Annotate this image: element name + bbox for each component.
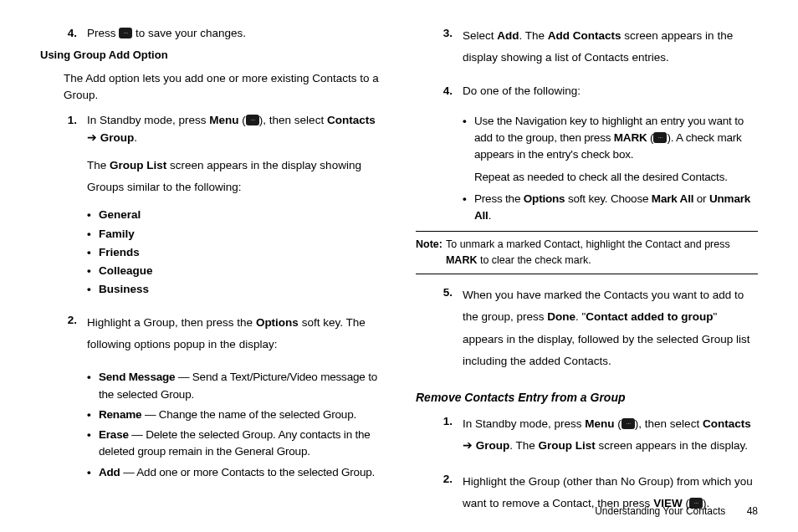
page-footer: Understanding Your Contacts 48 <box>595 505 758 517</box>
text: ), then select <box>259 114 327 126</box>
step-body: Press to save your changes. <box>87 25 382 42</box>
ok-key-icon <box>246 115 259 125</box>
mark-all-label: Mark All <box>652 192 693 205</box>
list-item: •Send Message — Send a Text/Picture/Vide… <box>87 369 382 403</box>
text: In Standby mode, press <box>463 417 585 430</box>
text: to clear the check mark. <box>477 254 591 266</box>
remove-step-1: 1. In Standby mode, press Menu (), then … <box>439 413 758 466</box>
list-item: •Erase — Delete the selected Group. Any … <box>87 427 382 461</box>
group-label: Group <box>100 131 135 144</box>
step-body: Do one of the following: <box>463 83 758 100</box>
heading-using-group-add: Using Group Add Option <box>40 47 382 64</box>
mark-label: MARK <box>614 131 647 144</box>
contact-added-label: Contact added to group <box>586 310 713 323</box>
text: ), then select <box>635 417 703 430</box>
list-item: •Add — Add one or more Contacts to the s… <box>87 464 382 481</box>
heading-remove-contacts: Remove Contacts Entry from a Group <box>416 389 758 407</box>
options-list: •Send Message — Send a Text/Picture/Vide… <box>87 369 382 481</box>
done-label: Done <box>547 310 575 323</box>
option-desc: — Change the name of the selected Group. <box>141 408 356 421</box>
group-name: Friends <box>99 246 140 258</box>
mark-label: MARK <box>446 254 478 266</box>
text: Press the <box>474 192 524 205</box>
add-contacts-label: Add Contacts <box>548 29 622 42</box>
text: . The <box>519 29 548 42</box>
step-3-select-add: 3. Select Add. The Add Contacts screen a… <box>439 25 758 78</box>
text: to save your changes. <box>132 27 246 39</box>
text: ( <box>615 417 622 430</box>
list-item: •Business <box>87 281 382 298</box>
group-list: •General •Family •Friends •Colleague •Bu… <box>87 207 382 298</box>
option-name: Erase <box>99 428 129 441</box>
step-4-save: 4. Press to save your changes. <box>64 25 382 42</box>
text: ( <box>239 114 246 126</box>
add-label: Add <box>497 29 519 42</box>
step-body: In Standby mode, press Menu (), then sel… <box>463 413 758 458</box>
list-item: •Friends <box>87 244 382 261</box>
step-number: 2. <box>64 312 87 365</box>
text: . The <box>509 439 538 452</box>
intro-paragraph: The Add option lets you add one or more … <box>64 70 382 105</box>
repeat-text: Repeat as needed to check all the desire… <box>474 169 758 186</box>
option-name: Rename <box>99 408 141 421</box>
step-2-highlight: 2. Highlight a Group, then press the Opt… <box>64 312 382 365</box>
step-body: In Standby mode, press Menu (), then sel… <box>87 112 382 299</box>
left-column: 4. Press to save your changes. Using Gro… <box>40 25 382 494</box>
text: screen appears in the display. <box>596 439 748 452</box>
arrow: ➔ <box>87 131 100 144</box>
step-number: 5. <box>439 284 463 381</box>
arrow: ➔ <box>463 439 476 452</box>
text: The <box>87 159 110 171</box>
footer-title: Understanding Your Contacts <box>595 505 725 517</box>
sub-options: • Use the Navigation key to highlight an… <box>463 113 758 225</box>
page-number: 48 <box>747 505 758 517</box>
text: Press <box>87 27 119 39</box>
list-item: •Family <box>87 226 382 243</box>
menu-label: Menu <box>209 114 238 126</box>
option-name: Send Message <box>99 371 175 383</box>
step-number: 3. <box>439 25 463 78</box>
ok-key-icon <box>622 418 635 429</box>
text: or <box>693 192 709 205</box>
option-desc: — Delete the selected Group. Any contact… <box>99 428 371 458</box>
text: . " <box>575 310 586 323</box>
list-item: •Rename — Change the name of the selecte… <box>87 407 382 423</box>
option-desc: — Add one or more Contacts to the select… <box>120 466 375 478</box>
ok-key-icon <box>653 132 667 143</box>
step-number: 1. <box>439 413 463 466</box>
options-label: Options <box>524 192 565 205</box>
note-body: To unmark a marked Contact, highlight th… <box>446 237 758 269</box>
menu-label: Menu <box>585 417 614 430</box>
text: In Standby mode, press <box>87 114 209 126</box>
contacts-label: Contacts <box>327 114 376 126</box>
step-number: 4. <box>439 83 463 108</box>
step-body: Select Add. The Add Contacts screen appe… <box>463 25 758 69</box>
group-label: Group <box>476 439 510 452</box>
list-item: • Use the Navigation key to highlight an… <box>463 113 758 186</box>
group-name: Family <box>99 228 135 240</box>
step-1-standby: 1. In Standby mode, press Menu (), then … <box>64 112 382 299</box>
step-body: When you have marked the Contacts you wa… <box>463 284 758 372</box>
text: . <box>489 209 492 222</box>
group-list-label: Group List <box>539 439 596 452</box>
contacts-label: Contacts <box>703 417 751 430</box>
group-name: Colleague <box>99 264 153 277</box>
step-number: 1. <box>64 112 87 299</box>
step-number: 2. <box>439 471 463 524</box>
step-body: Highlight a Group, then press the Option… <box>87 312 382 356</box>
text: Highlight a Group, then press the <box>87 316 256 329</box>
ok-key-icon <box>119 28 132 38</box>
group-name: Business <box>99 283 149 295</box>
options-label: Options <box>256 316 299 329</box>
text: . <box>134 131 137 144</box>
step-number: 4. <box>64 25 87 42</box>
list-item: •Colleague <box>87 263 382 279</box>
list-item: •General <box>87 207 382 223</box>
step-4-do-one: 4. Do one of the following: <box>439 83 758 108</box>
text: Select <box>463 29 497 42</box>
step-5-done: 5. When you have marked the Contacts you… <box>439 284 758 381</box>
note-block: Note: To unmark a marked Contact, highli… <box>416 231 758 274</box>
group-list-label: Group List <box>110 159 166 171</box>
note-label: Note: <box>416 237 446 269</box>
text: To unmark a marked Contact, highlight th… <box>446 238 730 250</box>
